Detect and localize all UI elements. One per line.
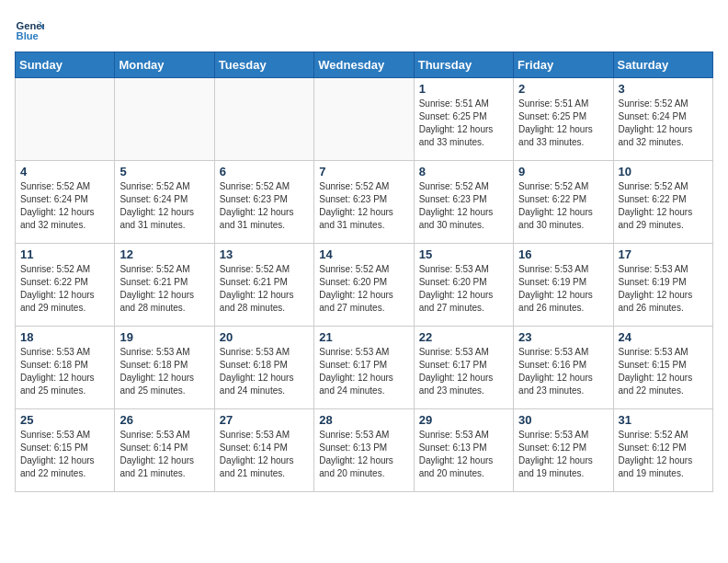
calendar-cell: 10Sunrise: 5:52 AM Sunset: 6:22 PM Dayli… <box>613 161 712 244</box>
calendar-cell: 24Sunrise: 5:53 AM Sunset: 6:15 PM Dayli… <box>613 327 712 409</box>
day-number: 23 <box>518 330 608 344</box>
day-info: Sunrise: 5:52 AM Sunset: 6:21 PM Dayligh… <box>220 263 309 315</box>
calendar-cell: 20Sunrise: 5:53 AM Sunset: 6:18 PM Dayli… <box>214 327 313 409</box>
day-info: Sunrise: 5:52 AM Sunset: 6:20 PM Dayligh… <box>319 263 408 315</box>
week-row-1: 1Sunrise: 5:51 AM Sunset: 6:25 PM Daylig… <box>16 78 713 161</box>
day-number: 18 <box>20 330 109 344</box>
weekday-header-thursday: Thursday <box>414 52 513 78</box>
day-number: 26 <box>119 413 209 427</box>
day-info: Sunrise: 5:51 AM Sunset: 6:25 PM Dayligh… <box>419 98 508 149</box>
calendar-cell: 30Sunrise: 5:53 AM Sunset: 6:12 PM Dayli… <box>514 409 613 492</box>
day-info: Sunrise: 5:53 AM Sunset: 6:13 PM Dayligh… <box>319 429 408 480</box>
calendar-cell: 14Sunrise: 5:52 AM Sunset: 6:20 PM Dayli… <box>314 244 414 327</box>
weekday-header-monday: Monday <box>115 52 214 78</box>
day-number: 22 <box>419 330 508 344</box>
week-row-5: 25Sunrise: 5:53 AM Sunset: 6:15 PM Dayli… <box>16 409 713 492</box>
day-number: 8 <box>419 165 508 178</box>
calendar-cell <box>16 78 115 161</box>
day-info: Sunrise: 5:53 AM Sunset: 6:16 PM Dayligh… <box>518 346 608 397</box>
day-info: Sunrise: 5:52 AM Sunset: 6:12 PM Dayligh… <box>619 429 708 480</box>
day-info: Sunrise: 5:53 AM Sunset: 6:13 PM Dayligh… <box>419 429 508 480</box>
day-number: 24 <box>619 330 708 344</box>
weekday-header-sunday: Sunday <box>16 52 115 78</box>
day-number: 5 <box>119 165 209 178</box>
day-info: Sunrise: 5:52 AM Sunset: 6:23 PM Dayligh… <box>220 180 309 232</box>
day-number: 11 <box>20 247 109 261</box>
calendar-cell: 31Sunrise: 5:52 AM Sunset: 6:12 PM Dayli… <box>613 409 712 492</box>
day-number: 14 <box>319 247 408 261</box>
week-row-4: 18Sunrise: 5:53 AM Sunset: 6:18 PM Dayli… <box>16 327 713 409</box>
calendar-cell: 16Sunrise: 5:53 AM Sunset: 6:19 PM Dayli… <box>514 244 613 327</box>
day-info: Sunrise: 5:53 AM Sunset: 6:15 PM Dayligh… <box>20 429 109 480</box>
calendar-cell: 4Sunrise: 5:52 AM Sunset: 6:24 PM Daylig… <box>16 161 115 244</box>
calendar-cell: 2Sunrise: 5:51 AM Sunset: 6:25 PM Daylig… <box>514 78 613 161</box>
calendar-cell: 23Sunrise: 5:53 AM Sunset: 6:16 PM Dayli… <box>514 327 613 409</box>
day-number: 13 <box>220 247 309 261</box>
calendar-cell: 19Sunrise: 5:53 AM Sunset: 6:18 PM Dayli… <box>115 327 214 409</box>
svg-text:Blue: Blue <box>17 30 39 41</box>
day-number: 7 <box>319 165 408 178</box>
calendar-table: SundayMondayTuesdayWednesdayThursdayFrid… <box>15 52 713 492</box>
weekday-header-tuesday: Tuesday <box>214 52 313 78</box>
calendar-cell <box>314 78 414 161</box>
day-number: 4 <box>20 165 109 178</box>
day-number: 6 <box>220 165 309 178</box>
week-row-2: 4Sunrise: 5:52 AM Sunset: 6:24 PM Daylig… <box>16 161 713 244</box>
day-info: Sunrise: 5:53 AM Sunset: 6:12 PM Dayligh… <box>518 429 608 480</box>
calendar-cell: 9Sunrise: 5:52 AM Sunset: 6:22 PM Daylig… <box>514 161 613 244</box>
calendar-cell: 7Sunrise: 5:52 AM Sunset: 6:23 PM Daylig… <box>314 161 414 244</box>
week-row-3: 11Sunrise: 5:52 AM Sunset: 6:22 PM Dayli… <box>16 244 713 327</box>
weekday-header-saturday: Saturday <box>613 52 712 78</box>
day-number: 31 <box>619 413 708 427</box>
day-info: Sunrise: 5:53 AM Sunset: 6:19 PM Dayligh… <box>619 263 708 315</box>
day-info: Sunrise: 5:52 AM Sunset: 6:23 PM Dayligh… <box>419 180 508 232</box>
day-info: Sunrise: 5:52 AM Sunset: 6:24 PM Dayligh… <box>619 98 708 149</box>
page-header: General Blue <box>15 15 713 44</box>
calendar-cell: 3Sunrise: 5:52 AM Sunset: 6:24 PM Daylig… <box>613 78 712 161</box>
day-info: Sunrise: 5:53 AM Sunset: 6:18 PM Dayligh… <box>119 346 209 397</box>
day-number: 16 <box>518 247 608 261</box>
day-number: 15 <box>419 247 508 261</box>
calendar-cell: 27Sunrise: 5:53 AM Sunset: 6:14 PM Dayli… <box>214 409 313 492</box>
day-info: Sunrise: 5:52 AM Sunset: 6:21 PM Dayligh… <box>119 263 209 315</box>
calendar-cell: 21Sunrise: 5:53 AM Sunset: 6:17 PM Dayli… <box>314 327 414 409</box>
day-info: Sunrise: 5:53 AM Sunset: 6:17 PM Dayligh… <box>419 346 508 397</box>
calendar-cell: 26Sunrise: 5:53 AM Sunset: 6:14 PM Dayli… <box>115 409 214 492</box>
day-number: 28 <box>319 413 408 427</box>
calendar-cell <box>115 78 214 161</box>
day-info: Sunrise: 5:53 AM Sunset: 6:20 PM Dayligh… <box>419 263 508 315</box>
logo: General Blue <box>15 15 48 44</box>
day-number: 17 <box>619 247 708 261</box>
calendar-cell: 28Sunrise: 5:53 AM Sunset: 6:13 PM Dayli… <box>314 409 414 492</box>
day-number: 30 <box>518 413 608 427</box>
calendar-cell: 1Sunrise: 5:51 AM Sunset: 6:25 PM Daylig… <box>414 78 513 161</box>
day-info: Sunrise: 5:53 AM Sunset: 6:17 PM Dayligh… <box>319 346 408 397</box>
day-info: Sunrise: 5:53 AM Sunset: 6:14 PM Dayligh… <box>220 429 309 480</box>
day-number: 27 <box>220 413 309 427</box>
day-number: 20 <box>220 330 309 344</box>
weekday-header-wednesday: Wednesday <box>314 52 414 78</box>
svg-text:General: General <box>17 20 44 31</box>
day-info: Sunrise: 5:52 AM Sunset: 6:24 PM Dayligh… <box>119 180 209 232</box>
calendar-cell: 13Sunrise: 5:52 AM Sunset: 6:21 PM Dayli… <box>214 244 313 327</box>
day-info: Sunrise: 5:52 AM Sunset: 6:22 PM Dayligh… <box>20 263 109 315</box>
calendar-cell: 22Sunrise: 5:53 AM Sunset: 6:17 PM Dayli… <box>414 327 513 409</box>
day-number: 25 <box>20 413 109 427</box>
day-info: Sunrise: 5:52 AM Sunset: 6:22 PM Dayligh… <box>518 180 608 232</box>
day-info: Sunrise: 5:53 AM Sunset: 6:15 PM Dayligh… <box>619 346 708 397</box>
day-number: 9 <box>518 165 608 178</box>
logo-icon: General Blue <box>15 15 44 44</box>
calendar-cell: 15Sunrise: 5:53 AM Sunset: 6:20 PM Dayli… <box>414 244 513 327</box>
day-number: 1 <box>419 82 508 96</box>
day-number: 29 <box>419 413 508 427</box>
day-number: 10 <box>619 165 708 178</box>
calendar-cell: 8Sunrise: 5:52 AM Sunset: 6:23 PM Daylig… <box>414 161 513 244</box>
weekday-header-friday: Friday <box>514 52 613 78</box>
calendar-cell: 17Sunrise: 5:53 AM Sunset: 6:19 PM Dayli… <box>613 244 712 327</box>
day-info: Sunrise: 5:52 AM Sunset: 6:22 PM Dayligh… <box>619 180 708 232</box>
calendar-cell: 11Sunrise: 5:52 AM Sunset: 6:22 PM Dayli… <box>16 244 115 327</box>
day-info: Sunrise: 5:52 AM Sunset: 6:24 PM Dayligh… <box>20 180 109 232</box>
day-number: 2 <box>518 82 608 96</box>
day-number: 12 <box>119 247 209 261</box>
calendar-cell: 18Sunrise: 5:53 AM Sunset: 6:18 PM Dayli… <box>16 327 115 409</box>
